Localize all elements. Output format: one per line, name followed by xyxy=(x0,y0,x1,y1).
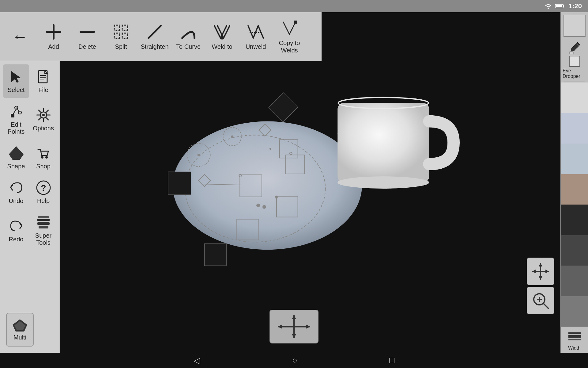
svg-line-12 xyxy=(214,26,221,38)
sidebar-item-shop[interactable]: Shop xyxy=(30,141,56,174)
width-icon xyxy=(567,329,582,344)
weld-to-button[interactable]: Weld to xyxy=(205,15,239,58)
straighten-label: Straighten xyxy=(141,43,168,50)
swatch-4[interactable] xyxy=(561,205,588,235)
file-icon xyxy=(36,69,51,85)
eye-dropper-label: Eye Dropper xyxy=(563,68,586,79)
zoom-icon xyxy=(531,291,550,310)
svg-rect-9 xyxy=(114,33,120,39)
width-label: Width xyxy=(568,345,581,351)
split-button[interactable]: Split xyxy=(104,15,138,58)
multi-button[interactable]: Multi xyxy=(6,313,34,347)
sidebar-item-options[interactable]: Options xyxy=(30,99,56,140)
drawing-canvas[interactable] xyxy=(60,12,560,353)
svg-rect-50 xyxy=(38,216,49,218)
move-pad-icon xyxy=(276,314,312,339)
sidebar-item-undo[interactable]: Undo xyxy=(3,175,29,209)
to-curve-button[interactable]: To Curve xyxy=(172,15,205,58)
undo-label: Undo xyxy=(9,197,24,205)
help-label: Help xyxy=(37,197,50,205)
swatch-7[interactable] xyxy=(561,296,588,327)
shop-label: Shop xyxy=(36,163,51,170)
back-button[interactable]: ← xyxy=(3,15,37,58)
move-icon xyxy=(531,262,550,281)
right-panel: Eye Dropper Width xyxy=(560,12,588,353)
move-button[interactable] xyxy=(527,258,554,285)
copy-to-welds-icon xyxy=(280,19,299,37)
color-preview[interactable] xyxy=(564,15,586,37)
svg-rect-49 xyxy=(37,222,50,225)
to-curve-icon xyxy=(179,23,198,41)
multi-label: Multi xyxy=(13,334,26,341)
undo-icon xyxy=(8,180,24,196)
unweld-label: Unweld xyxy=(246,43,266,50)
svg-point-53 xyxy=(173,121,362,250)
svg-rect-55 xyxy=(337,103,429,182)
svg-point-16 xyxy=(221,36,224,40)
svg-line-22 xyxy=(289,22,296,34)
wifi-icon xyxy=(544,3,552,9)
options-label: Options xyxy=(33,125,54,132)
svg-rect-2 xyxy=(556,5,562,7)
bottom-nav: ◁ ○ □ xyxy=(0,353,588,368)
delete-icon xyxy=(78,23,96,41)
swatch-5[interactable] xyxy=(561,235,588,266)
sidebar-item-select[interactable]: Select xyxy=(3,64,29,98)
svg-point-78 xyxy=(262,205,266,209)
svg-line-14 xyxy=(224,26,230,38)
home-nav-button[interactable]: ○ xyxy=(292,355,297,365)
copy-to-welds-label: Copy toWelds xyxy=(279,39,300,54)
svg-line-30 xyxy=(16,108,20,113)
sidebar-item-redo[interactable]: Redo xyxy=(3,210,29,251)
bottom-move-pad[interactable] xyxy=(270,310,318,343)
sidebar-item-file[interactable]: File xyxy=(30,64,56,98)
svg-line-92 xyxy=(543,303,548,309)
home-nav-icon: ○ xyxy=(292,355,297,365)
svg-rect-8 xyxy=(122,25,128,31)
swatch-3[interactable] xyxy=(561,174,588,205)
sidebar-item-super-tools[interactable]: Super Tools xyxy=(30,210,56,251)
width-section[interactable]: Width xyxy=(561,327,588,353)
add-button[interactable]: Add xyxy=(37,15,70,58)
sidebar-item-edit-points[interactable]: Edit Points xyxy=(3,99,29,140)
back-nav-icon: ◁ xyxy=(194,356,200,365)
svg-line-40 xyxy=(46,118,48,120)
move-zoom-controls xyxy=(527,258,554,307)
svg-line-11 xyxy=(149,26,161,38)
swatch-6[interactable] xyxy=(561,266,588,296)
svg-point-62 xyxy=(270,148,271,150)
shop-icon xyxy=(36,145,51,161)
svg-line-42 xyxy=(39,118,41,120)
sidebar-item-shape[interactable]: Shape xyxy=(3,141,29,174)
recent-nav-button[interactable]: □ xyxy=(389,355,394,365)
left-sidebar: Select File Edit Points xyxy=(0,61,60,353)
svg-rect-51 xyxy=(39,226,48,228)
swatch-2[interactable] xyxy=(561,144,588,174)
svg-rect-66 xyxy=(168,172,191,195)
svg-point-0 xyxy=(548,8,549,9)
redo-label: Redo xyxy=(9,236,24,243)
redo-icon xyxy=(8,218,24,234)
zoom-button[interactable] xyxy=(527,287,554,314)
svg-point-56 xyxy=(337,176,429,189)
eye-dropper-section[interactable]: Eye Dropper xyxy=(561,39,588,81)
svg-marker-23 xyxy=(11,71,21,83)
canvas-area[interactable] xyxy=(60,12,560,353)
swatch-1[interactable] xyxy=(561,113,588,144)
copy-to-welds-button[interactable]: Copy toWelds xyxy=(273,15,306,58)
straighten-button[interactable]: Straighten xyxy=(138,15,172,58)
back-nav-button[interactable]: ◁ xyxy=(194,355,200,366)
split-icon xyxy=(112,23,130,41)
svg-point-76 xyxy=(198,154,200,156)
weld-to-label: Weld to xyxy=(212,43,232,50)
sidebar-item-help[interactable]: ? Help xyxy=(30,175,56,209)
swatch-0[interactable] xyxy=(561,82,588,113)
panel-divider xyxy=(564,82,585,82)
unweld-button[interactable]: Unweld xyxy=(239,15,273,58)
eye-dropper-icon xyxy=(568,41,581,55)
eye-dropper-color-box[interactable] xyxy=(569,56,580,67)
svg-point-45 xyxy=(45,156,48,159)
file-label: File xyxy=(38,86,48,94)
delete-button[interactable]: Delete xyxy=(70,15,104,58)
split-label: Split xyxy=(115,43,127,50)
